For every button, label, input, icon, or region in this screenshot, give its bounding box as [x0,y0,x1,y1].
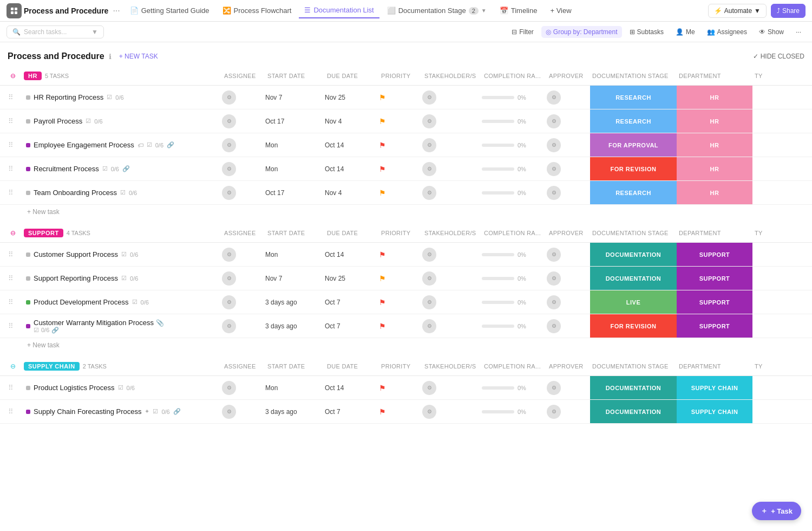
task-name-cell: Payroll Process ☑ 0/6 [22,117,222,125]
approver-avatar: ⚙ [547,114,561,128]
task-name: Customer Support Process [34,250,118,258]
drag-handle: ⠿ [0,250,22,258]
checklist-icon: ☑ [121,251,127,258]
progress-bar-bg [482,301,514,304]
col-start-date-s: START DATE [267,230,327,236]
stakeholder-cell: ⚙ [422,295,482,309]
task-row[interactable]: ⠿ Customer Warranty Mitigation Process 📎… [0,314,812,338]
task-row[interactable]: ⠿ Team Onboarding Process ☑ 0/6 ⚙ Oct 17… [0,181,812,205]
col-type-sc: TY [755,363,787,370]
group-chevron-support[interactable]: ⊖ [2,229,24,237]
checklist-icon: ☑ [102,165,108,172]
dept-badge: SUPPORT [677,290,752,314]
col-stakeholders-s: STAKEHOLDER/S [424,230,484,236]
approver-avatar: ⚙ [547,162,561,176]
priority-flag: ⚑ [379,93,386,102]
add-task-support[interactable]: + New task [0,338,812,352]
link-icon: 🔗 [167,141,174,148]
info-icon[interactable]: ℹ [109,53,112,61]
tab-documentation-list[interactable]: ☰ Documentation List [299,3,379,18]
progress-bar-bg [482,325,514,328]
group-header-hr: ⊖ HR 5 TASKS ASSIGNEE START DATE DUE DAT… [0,66,812,86]
more-toolbar-button[interactable]: ··· [791,26,806,38]
task-row[interactable]: ⠿ Product Logistics Process ☑ 0/6 ⚙ Mon … [0,376,812,400]
group-label-supply: SUPPLY CHAIN 2 TASKS [24,362,224,371]
new-task-button[interactable]: + NEW TASK [116,51,161,62]
stage-badge: LIVE [590,290,677,314]
hide-closed-button[interactable]: ✓ HIDE CLOSED [753,53,804,60]
assignees-button[interactable]: 👥 Assignees [703,26,751,38]
link-icon: 🔗 [51,327,59,334]
tab-process-flowchart[interactable]: 🔀 Process Flowchart [217,3,297,18]
priority-cell: ⚑ [379,189,422,197]
due-date: Oct 7 [325,322,379,330]
col-due-date-s: DUE DATE [327,230,381,236]
avatar: ⚙ [222,114,236,128]
task-row[interactable]: ⠿ Recruitment Process ☑ 0/6 🔗 ⚙ Mon Oct … [0,157,812,181]
tag-icon: 🏷 [137,142,143,148]
group-chevron-hr[interactable]: ⊖ [2,72,24,80]
group-by-button[interactable]: ◎ Group by: Department [541,26,622,38]
subtasks-button[interactable]: ⊞ Subtasks [625,26,668,38]
task-dot [26,300,30,305]
avatar: ⚙ [222,271,236,286]
task-checklist-count: 0/6 [161,409,169,415]
col-department-sc: DEPARTMENT [679,363,755,370]
task-checklist-count: 0/6 [155,142,163,148]
start-date: Nov 7 [265,94,325,101]
checklist-icon: ☑ [118,384,123,391]
progress-bar-bg [482,191,514,195]
stage-badge: FOR APPROVAL [590,133,677,157]
priority-cell: ⚑ [379,93,422,102]
checklist-icon: ☑ [121,275,127,282]
checklist-icon: ☑ [147,141,152,148]
tab-add-view[interactable]: + View [545,3,577,18]
group-chevron-supply[interactable]: ⊖ [2,362,24,370]
search-input[interactable]: 🔍 Search tasks... ▼ [6,25,104,38]
drag-handle: ⠿ [0,274,22,282]
completion-pct: 0% [518,275,526,282]
tab-documentation-stage[interactable]: ⬜ Documentation Stage 2 ▼ [382,3,492,18]
due-date: Oct 14 [325,384,379,392]
stakeholder-cell: ⚙ [422,271,482,286]
show-button[interactable]: 👁 Show [755,26,788,38]
priority-flag: ⚑ [379,274,386,283]
more-options[interactable]: ··· [113,6,120,16]
completion-pct: 0% [518,94,526,101]
tab-timeline[interactable]: 📅 Timeline [494,3,543,18]
checklist-icon: ☑ [86,118,91,125]
svg-rect-1 [15,8,17,10]
approver-cell: ⚙ [547,114,590,128]
drag-handle: ⠿ [0,407,22,416]
tab-getting-started[interactable]: 📄 Getting Started Guide [125,3,215,18]
completion-cell: 0% [482,118,547,125]
task-name: Customer Warranty Mitigation Process 📎 [34,319,164,327]
add-task-hr[interactable]: + New task [0,205,812,219]
task-row[interactable]: ⠿ Employee Engagement Process 🏷 ☑ 0/6 🔗 … [0,133,812,157]
share-button[interactable]: ⤴ Share [771,4,806,18]
priority-flag: ⚑ [379,322,386,331]
progress-bar-bg [482,96,514,99]
doc-icon: 📄 [130,7,139,15]
task-row[interactable]: ⠿ Product Development Process ☑ 0/6 ⚙ 3 … [0,290,812,314]
task-row[interactable]: ⠿ Customer Support Process ☑ 0/6 ⚙ Mon O… [0,243,812,267]
drag-handle: ⠿ [0,165,22,173]
task-row[interactable]: ⠿ HR Reporting Process ☑ 0/6 ⚙ Nov 7 Nov… [0,86,812,109]
automate-icon: ⚡ [714,7,722,15]
me-button[interactable]: 👤 Me [671,26,699,38]
task-name-cell: Supply Chain Forecasting Process ✦ ☑ 0/6… [22,407,222,416]
automate-button[interactable]: ⚡ Automate ▼ [708,4,767,18]
group-icon: ◎ [546,28,551,36]
completion-cell: 0% [482,299,547,306]
task-dot [26,252,30,257]
checklist-icon: ☑ [120,189,126,196]
stage-badge: FOR REVISION [590,157,677,180]
task-row[interactable]: ⠿ Support Reporting Process ☑ 0/6 ⚙ Nov … [0,267,812,290]
task-row[interactable]: ⠿ Supply Chain Forecasting Process ✦ ☑ 0… [0,400,812,424]
task-row[interactable]: ⠿ Payroll Process ☑ 0/6 ⚙ Oct 17 Nov 4 ⚑… [0,109,812,133]
completion-pct: 0% [518,142,526,148]
start-date: 3 days ago [265,299,325,306]
filter-button[interactable]: ⊟ Filter [507,26,538,38]
task-name: Recruitment Process [34,165,99,173]
stakeholder-avatar: ⚙ [422,405,436,419]
